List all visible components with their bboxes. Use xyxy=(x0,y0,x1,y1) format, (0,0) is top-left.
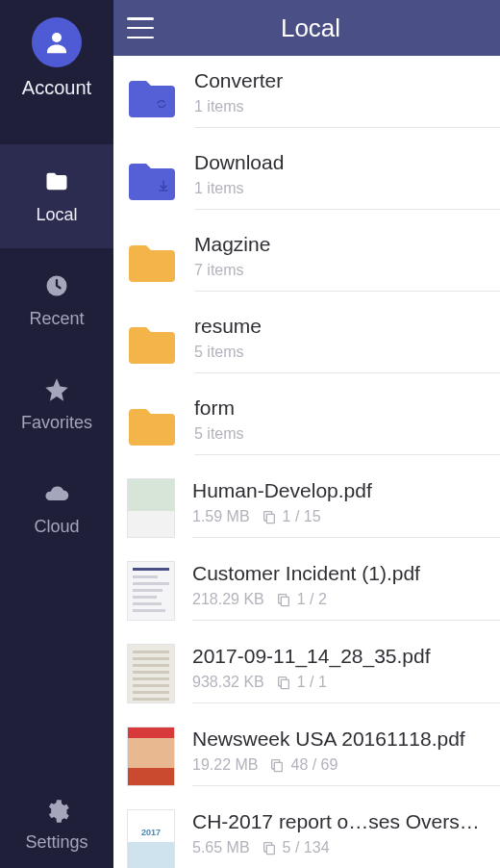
file-name: CH-2017 report o…ses Overseas xyxy=(192,810,481,833)
menu-icon[interactable] xyxy=(127,17,154,38)
folder-icon xyxy=(127,405,177,447)
sidebar-item-favorites[interactable]: Favorites xyxy=(0,352,113,456)
account-label: Account xyxy=(22,77,91,99)
svg-rect-11 xyxy=(266,845,274,854)
sidebar-item-local[interactable]: Local xyxy=(0,144,113,248)
file-row[interactable]: 2017 CH-2017 report o…ses Overseas 5.65 … xyxy=(113,798,500,868)
sidebar-item-label: Recent xyxy=(29,309,84,329)
file-name: Human-Develop.pdf xyxy=(192,479,481,502)
svg-rect-5 xyxy=(281,597,288,605)
folder-icon xyxy=(127,242,177,284)
svg-rect-9 xyxy=(275,762,283,771)
folder-row[interactable]: form 5 items xyxy=(113,385,500,467)
folder-items-count: 1 items xyxy=(194,98,500,115)
main: Local Converter 1 items Download 1 items… xyxy=(113,0,500,868)
account-section[interactable]: Account xyxy=(0,0,113,144)
folder-name: Magzine xyxy=(194,233,483,256)
folder-items-count: 5 items xyxy=(194,425,500,443)
file-size: 938.32 KB xyxy=(192,674,264,691)
file-pages: 1 / 15 xyxy=(262,508,321,525)
star-icon xyxy=(43,376,70,403)
svg-point-0 xyxy=(52,33,62,42)
file-list[interactable]: Converter 1 items Download 1 items Magzi… xyxy=(113,56,500,868)
folder-row[interactable]: Download 1 items xyxy=(113,140,500,221)
folder-items-count: 5 items xyxy=(194,344,500,361)
file-row[interactable]: 2017-09-11_14_28_35.pdf 938.32 KB 1 / 1 xyxy=(113,632,500,715)
file-pages: 5 / 134 xyxy=(262,839,330,856)
svg-rect-3 xyxy=(266,514,274,523)
file-row[interactable]: Human-Develop.pdf 1.59 MB 1 / 15 xyxy=(113,467,500,549)
cloud-icon xyxy=(43,480,70,507)
clock-icon xyxy=(43,272,70,299)
folder-icon xyxy=(127,160,177,202)
svg-rect-7 xyxy=(281,679,288,688)
sidebar: Account Local Recent Favorites Cloud Set… xyxy=(0,0,113,868)
sidebar-item-label: Local xyxy=(36,205,77,225)
file-size: 5.65 MB xyxy=(192,839,250,856)
header: Local xyxy=(113,0,500,56)
file-name: Newsweek USA 20161118.pdf xyxy=(192,728,481,751)
folder-name: resume xyxy=(194,315,483,338)
folder-items-count: 7 items xyxy=(194,262,500,279)
folder-icon xyxy=(127,77,177,119)
folder-items-count: 1 items xyxy=(194,180,500,197)
folder-icon xyxy=(43,168,70,195)
file-pages: 1 / 1 xyxy=(276,674,327,691)
folder-row[interactable]: Magzine 7 items xyxy=(113,221,500,303)
sidebar-item-label: Cloud xyxy=(34,517,79,537)
sidebar-item-recent[interactable]: Recent xyxy=(0,248,113,352)
file-size: 19.22 MB xyxy=(192,756,258,774)
sidebar-item-label: Favorites xyxy=(21,413,92,433)
file-size: 218.29 KB xyxy=(192,591,264,608)
folder-row[interactable]: resume 5 items xyxy=(113,303,500,385)
file-row[interactable]: Newsweek USA 20161118.pdf 19.22 MB 48 / … xyxy=(113,715,500,798)
user-icon xyxy=(42,28,71,57)
folder-icon xyxy=(127,323,177,366)
file-size: 1.59 MB xyxy=(192,508,250,525)
folder-name: form xyxy=(194,396,483,420)
file-name: 2017-09-11_14_28_35.pdf xyxy=(192,645,481,668)
folder-row[interactable]: Converter 1 items xyxy=(113,56,500,140)
page-title: Local xyxy=(154,13,487,43)
file-pages: 1 / 2 xyxy=(276,591,327,608)
sidebar-item-cloud[interactable]: Cloud xyxy=(0,456,113,560)
settings-label: Settings xyxy=(25,832,88,853)
avatar xyxy=(32,17,82,67)
sidebar-item-settings[interactable]: Settings xyxy=(0,781,113,868)
file-name: Customer Incident (1).pdf xyxy=(192,562,481,585)
folder-name: Converter xyxy=(194,69,483,92)
gear-icon xyxy=(43,798,70,825)
folder-name: Download xyxy=(194,151,483,174)
file-pages: 48 / 69 xyxy=(269,756,338,774)
file-row[interactable]: Customer Incident (1).pdf 218.29 KB 1 / … xyxy=(113,549,500,632)
